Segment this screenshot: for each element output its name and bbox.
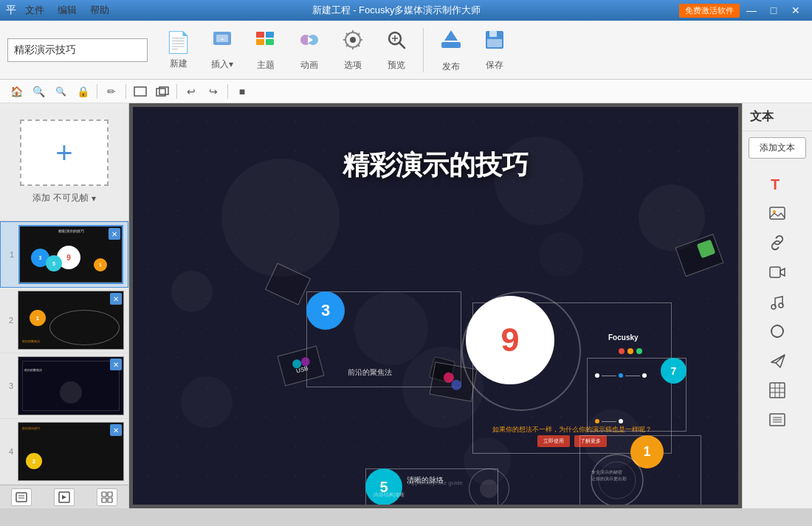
image-tool[interactable]	[764, 200, 791, 226]
svg-rect-27	[102, 492, 106, 496]
svg-rect-18	[489, 31, 497, 37]
slide1-text: 专业演示的秘密让你的演示更出彩	[591, 469, 627, 482]
extra-button[interactable]: ■	[232, 82, 252, 101]
undo-button[interactable]: ↩	[181, 82, 202, 101]
add-text-button[interactable]: 添加文本	[749, 137, 806, 159]
save-label: 保存	[486, 59, 503, 72]
dropdown-icon: ▾	[92, 193, 96, 204]
publish-label: 发布	[442, 60, 460, 73]
slide-item[interactable]: 4 2 前沿演示技巧 ✕	[0, 419, 128, 485]
slide-number-3: 3	[4, 356, 18, 415]
plane-tool[interactable]	[764, 347, 791, 374]
preview-button[interactable]: 预览	[376, 24, 416, 76]
redo-button[interactable]: ↪	[203, 82, 224, 101]
panel-btn-3[interactable]	[97, 488, 117, 506]
zoom-in-button[interactable]: 🔍	[28, 82, 49, 101]
menu-help[interactable]: 帮助	[86, 4, 114, 17]
toolbar-separator	[423, 28, 424, 72]
slide-close-4[interactable]: ✕	[110, 424, 122, 436]
slide-list: 1 精彩演示的技巧 3 9 1 5 ✕ 2	[0, 221, 128, 485]
video-tool[interactable]	[764, 259, 791, 286]
add-invisible-button[interactable]: 添加 不可见帧 ▾	[32, 192, 95, 204]
logo-dots	[619, 348, 642, 354]
svg-line-12	[399, 43, 405, 48]
insert-icon: +	[211, 29, 233, 55]
slide-item[interactable]: 2 1 前沿的聚焦法 ✕	[0, 288, 128, 353]
link-tool[interactable]	[764, 229, 791, 256]
slide-panel-bottom	[0, 485, 128, 508]
svg-rect-28	[108, 492, 112, 496]
theme-button[interactable]: 主题	[245, 24, 286, 76]
deco-green	[697, 240, 716, 259]
minimize-button[interactable]: —	[741, 2, 762, 18]
right-panel-header: 文本	[743, 103, 812, 131]
svg-point-10	[350, 37, 356, 43]
save-button[interactable]: 保存	[474, 24, 515, 76]
right-panel: 文本 添加文本 T	[742, 103, 812, 508]
slide5-text: 内容结构清晰	[374, 491, 405, 499]
svg-text:T: T	[771, 176, 780, 193]
panel-btn-1[interactable]	[11, 488, 32, 506]
titlebar-right: 免费激活软件 — □ ✕	[679, 2, 806, 18]
options-button[interactable]: 选项	[332, 24, 373, 76]
slide-panel-header: + 添加 不可见帧 ▾	[0, 103, 128, 221]
svg-rect-19	[487, 39, 502, 47]
svg-text:Focusky: Focusky	[608, 333, 639, 342]
svg-rect-20	[134, 87, 146, 96]
app-icon: 平	[6, 4, 16, 17]
pen-button[interactable]: ✏	[101, 82, 122, 101]
slide-number-4: 4	[4, 422, 18, 481]
rect-button[interactable]	[130, 82, 151, 101]
list-tool[interactable]	[764, 406, 791, 433]
zoom-out-button[interactable]: 🔍	[50, 82, 71, 101]
slide-close-1[interactable]: ✕	[109, 228, 120, 240]
subtoolbar-sep1	[97, 84, 97, 99]
publish-button[interactable]: 发布	[430, 24, 471, 76]
svg-marker-16	[444, 30, 458, 41]
slide-frame-1[interactable]: 1 💡 专业演示的秘密让你的演示更出彩	[579, 435, 701, 505]
close-button[interactable]: ✕	[785, 2, 806, 18]
panel-btn-2[interactable]	[54, 488, 75, 506]
save-icon	[484, 29, 506, 56]
free-badge: 免费激活软件	[679, 4, 740, 18]
circle-white-9: 9	[466, 296, 554, 384]
focusky-logo-area: Focusky	[601, 318, 660, 362]
table-tool[interactable]	[764, 377, 791, 404]
text-tool[interactable]: T	[764, 170, 791, 197]
slide-name-input[interactable]	[7, 38, 148, 62]
slide-close-3[interactable]: ✕	[110, 359, 122, 370]
maximize-button[interactable]: □	[763, 2, 784, 18]
home-button[interactable]: 🏠	[6, 82, 27, 101]
thumb-label-2: 前沿的聚焦法	[22, 339, 40, 343]
insert-button[interactable]: + 插入▾	[202, 24, 242, 76]
add-frame-button[interactable]: +	[20, 120, 109, 186]
subtoolbar-sep3	[176, 84, 177, 99]
slide7-content-2	[595, 419, 623, 423]
titlebar-left: 平 文件 编辑 帮助	[6, 4, 114, 17]
slide-thumb-1: 精彩演示的技巧 3 9 1 5 ✕	[18, 225, 123, 284]
slide-item[interactable]: 1 精彩演示的技巧 3 9 1 5 ✕	[0, 221, 128, 288]
menu-edit[interactable]: 编辑	[53, 4, 81, 17]
preview-label: 预览	[388, 59, 405, 72]
slide-item[interactable]: 3 前沿的聚焦法 ✕	[0, 353, 128, 419]
shape-tool[interactable]	[764, 318, 791, 345]
svg-rect-62	[770, 383, 785, 398]
btn-red-1: 立即使用	[537, 435, 570, 447]
presentation-title: 精彩演示的技巧	[343, 148, 529, 184]
lock-button[interactable]: 🔒	[72, 82, 93, 101]
animate-button[interactable]: 动画	[289, 24, 329, 76]
svg-point-39	[539, 232, 583, 277]
slide-frame-7[interactable]: 7	[587, 358, 687, 432]
badge-9: 9	[500, 321, 519, 359]
thumb-badge-5: 5	[46, 255, 62, 271]
svg-rect-15	[441, 42, 461, 48]
copy-button[interactable]	[152, 82, 173, 101]
bottom-credit: Apple Keynote guide	[408, 480, 463, 486]
music-tool[interactable]	[764, 288, 791, 315]
new-button[interactable]: 📄 新建	[158, 24, 199, 76]
sub-toolbar: 🏠 🔍 🔍 🔒 ✏ ↩ ↪ ■	[0, 80, 812, 103]
options-label: 选项	[344, 59, 362, 72]
slide-close-2[interactable]: ✕	[110, 293, 122, 305]
presentation-canvas[interactable]: 精彩演示的技巧 3 前沿的聚焦法 USB	[133, 107, 738, 505]
menu-file[interactable]: 文件	[21, 4, 49, 17]
